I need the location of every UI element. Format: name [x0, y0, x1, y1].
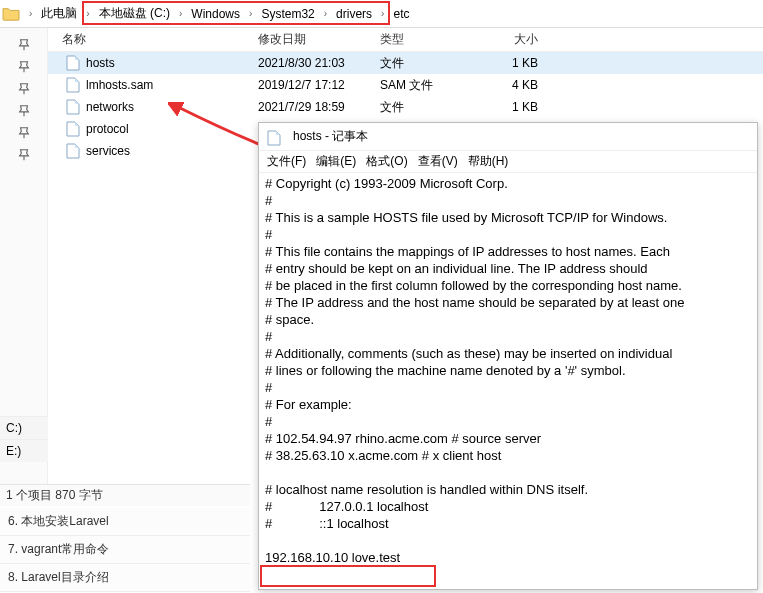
crumb-item-2[interactable]: System32: [255, 0, 320, 27]
file-size: 4 KB: [480, 78, 550, 92]
menu-edit[interactable]: 编辑(E): [316, 153, 356, 170]
file-row[interactable]: lmhosts.sam2019/12/7 17:12SAM 文件4 KB: [48, 74, 763, 96]
pin-icon: [17, 148, 31, 162]
ext-item-0[interactable]: 6. 本地安装Laravel: [0, 508, 250, 536]
folder-icon: [2, 6, 20, 22]
col-header-size[interactable]: 大小: [480, 31, 550, 48]
chevron-right-icon: ›: [86, 8, 89, 19]
pin-icon: [17, 38, 31, 52]
file-name: protocol: [86, 122, 129, 136]
chevron-right-icon: ›: [179, 8, 182, 19]
file-icon: [66, 99, 80, 115]
menu-file[interactable]: 文件(F): [267, 153, 306, 170]
file-size: 1 KB: [480, 56, 550, 70]
file-date: 2019/12/7 17:12: [258, 78, 380, 92]
crumb-item-4[interactable]: etc: [387, 0, 415, 27]
notepad-menubar: 文件(F) 编辑(E) 格式(O) 查看(V) 帮助(H): [259, 151, 757, 173]
crumb-item-0[interactable]: 本地磁盘 (C:): [93, 0, 176, 27]
ext-item-1[interactable]: 7. vagrant常用命令: [0, 536, 250, 564]
pin-icon: [17, 60, 31, 74]
file-type: 文件: [380, 99, 480, 116]
file-icon: [66, 77, 80, 93]
crumb-item-3[interactable]: drivers: [330, 0, 378, 27]
pin-icon: [17, 126, 31, 140]
address-bar[interactable]: › 此电脑 › 本地磁盘 (C:) › Windows › System32 ›…: [0, 0, 763, 28]
file-size: 1 KB: [480, 100, 550, 114]
ext-list: 6. 本地安装Laravel 7. vagrant常用命令 8. Laravel…: [0, 508, 250, 592]
file-date: 2021/7/29 18:59: [258, 100, 380, 114]
col-header-name[interactable]: 名称: [48, 31, 258, 48]
crumb-item-1[interactable]: Windows: [185, 0, 246, 27]
file-name: lmhosts.sam: [86, 78, 153, 92]
column-headers: 名称 修改日期 类型 大小: [48, 28, 763, 52]
status-text: 1 个项目 870 字节: [6, 487, 103, 504]
notepad-text-area[interactable]: # Copyright (c) 1993-2009 Microsoft Corp…: [259, 173, 757, 589]
disk-list: C:) E:): [0, 416, 48, 462]
crumb-root[interactable]: 此电脑: [35, 0, 83, 27]
notepad-window[interactable]: hosts - 记事本 文件(F) 编辑(E) 格式(O) 查看(V) 帮助(H…: [258, 122, 758, 590]
chevron-right-icon: ›: [381, 8, 384, 19]
disk-c[interactable]: C:): [0, 416, 48, 439]
file-type: 文件: [380, 55, 480, 72]
chevron-right-icon: ›: [249, 8, 252, 19]
file-row[interactable]: hosts2021/8/30 21:03文件1 KB: [48, 52, 763, 74]
status-bar: 1 个项目 870 字节: [0, 484, 250, 506]
notepad-title-text: hosts - 记事本: [293, 128, 368, 145]
notepad-titlebar[interactable]: hosts - 记事本: [259, 123, 757, 151]
file-name: hosts: [86, 56, 115, 70]
disk-e[interactable]: E:): [0, 439, 48, 462]
pin-icon: [17, 82, 31, 96]
file-name: services: [86, 144, 130, 158]
chevron-right-icon: ›: [29, 8, 32, 19]
file-icon: [66, 55, 80, 71]
chevron-right-icon: ›: [324, 8, 327, 19]
file-row[interactable]: networks2021/7/29 18:59文件1 KB: [48, 96, 763, 118]
col-header-date[interactable]: 修改日期: [258, 31, 380, 48]
col-header-type[interactable]: 类型: [380, 31, 480, 48]
menu-format[interactable]: 格式(O): [366, 153, 407, 170]
file-type: SAM 文件: [380, 77, 480, 94]
file-icon: [66, 121, 80, 137]
file-date: 2021/8/30 21:03: [258, 56, 380, 70]
file-icon: [265, 130, 281, 144]
menu-view[interactable]: 查看(V): [418, 153, 458, 170]
pin-icon: [17, 104, 31, 118]
ext-item-2[interactable]: 8. Laravel目录介绍: [0, 564, 250, 592]
menu-help[interactable]: 帮助(H): [468, 153, 509, 170]
file-name: networks: [86, 100, 134, 114]
file-icon: [66, 143, 80, 159]
